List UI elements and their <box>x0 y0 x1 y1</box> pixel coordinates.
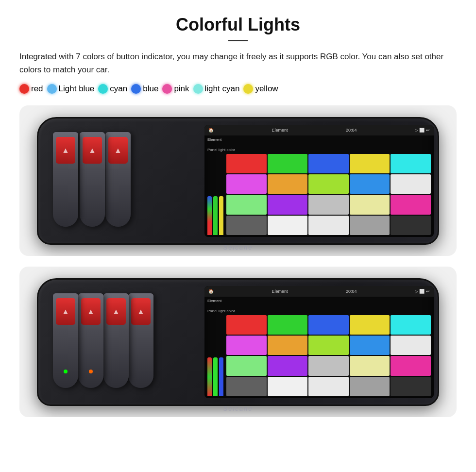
swatch-14 <box>391 356 431 375</box>
swatch-19 <box>391 216 431 235</box>
swatch-9 <box>391 174 431 194</box>
green-dot-1 <box>64 370 68 373</box>
menu-label-2: Element <box>207 299 431 303</box>
color-label-Light-blue: Light blue <box>59 84 95 94</box>
color-label-blue: blue <box>143 84 158 94</box>
swatch-2 <box>308 154 349 173</box>
dashboard-panel-1: ▲ ▲ ▲ 🏠 <box>37 117 439 245</box>
screen-icons-2: ▷ ⬜ ↩ <box>415 289 430 294</box>
swatch-10 <box>226 195 267 214</box>
fin-2-2: ▲ <box>78 293 103 388</box>
fin-2-3: ▲ <box>103 293 129 388</box>
panel-light-area-2 <box>207 315 431 397</box>
page-title: Colorful Lights <box>19 15 457 35</box>
bulb-icon-pink <box>162 84 172 94</box>
swatch-18 <box>350 377 390 396</box>
screen-2: 🏠 Element 20:04 ▷ ⬜ ↩ Element Panel ligh… <box>204 286 434 399</box>
swatch-0 <box>226 154 267 173</box>
menu-label-1: Element <box>207 137 431 142</box>
screen-time-2: 20:04 <box>346 289 357 294</box>
panel-light-area-1 <box>207 154 431 236</box>
watermark-1: Seicane <box>223 244 253 251</box>
swatch-5 <box>226 336 267 355</box>
swatch-5 <box>226 174 267 194</box>
gbar-2 <box>213 196 218 235</box>
fin-2-1: ▲ <box>53 293 78 388</box>
gbar2-2 <box>213 357 218 396</box>
watermark-2: Seicane <box>223 405 253 412</box>
screen-time-1: 20:04 <box>346 128 357 133</box>
swatch-9 <box>391 336 431 355</box>
swatch-6 <box>268 336 308 355</box>
swatch-14 <box>391 195 431 214</box>
color-label-pink: pink <box>174 84 189 94</box>
swatch-4 <box>391 154 431 173</box>
button-section-2: ▲ ▲ ▲ ▲ <box>38 280 204 405</box>
title-divider <box>228 40 248 41</box>
gbar2-1 <box>207 357 212 396</box>
color-label-light-cyan: light cyan <box>205 84 240 94</box>
swatch-8 <box>350 336 390 355</box>
swatch-1 <box>268 315 308 335</box>
swatch-3 <box>350 154 390 173</box>
bulb-icon-Light-blue <box>47 84 57 94</box>
swatch-18 <box>350 216 390 235</box>
gradient-bars-2 <box>207 315 223 397</box>
red-button-2-3: ▲ <box>106 298 126 325</box>
dashboard-panel-2: ▲ ▲ ▲ ▲ <box>37 278 439 406</box>
swatch-6 <box>268 174 308 194</box>
color-list: redLight bluecyanbluepinklight cyanyello… <box>19 84 457 94</box>
home-icon: 🏠 <box>208 128 214 133</box>
fins-group-2: ▲ ▲ ▲ ▲ <box>53 288 174 395</box>
gbar-3 <box>219 196 223 235</box>
bulb-icon-blue <box>131 84 141 94</box>
screen-content-1: Element Panel light color <box>204 135 434 237</box>
color-label-red: red <box>31 84 43 94</box>
swatch-7 <box>308 336 349 355</box>
bulb-icon-cyan <box>98 84 108 94</box>
gbar-1 <box>207 196 212 235</box>
swatch-15 <box>226 377 267 396</box>
panel-title-1: Panel light color <box>207 148 431 152</box>
color-item-pink: pink <box>162 84 189 94</box>
bulb-icon-light-cyan <box>193 84 203 94</box>
swatch-3 <box>350 315 390 335</box>
swatch-17 <box>308 377 349 396</box>
page-container: Colorful Lights Integrated with 7 colors… <box>0 0 476 432</box>
color-item-red: red <box>19 84 43 94</box>
color-item-blue: blue <box>131 84 158 94</box>
swatch-19 <box>391 377 431 396</box>
fin-2: ▲ <box>80 132 105 227</box>
swatches-2 <box>226 315 431 397</box>
page-description: Integrated with 7 colors of button indic… <box>19 50 457 76</box>
car-unit-1: ▲ ▲ ▲ 🏠 <box>19 105 457 256</box>
orange-dot-1 <box>89 370 93 373</box>
swatch-13 <box>350 356 390 375</box>
red-button-1: ▲ <box>56 137 75 164</box>
fin-2-4: ▲ <box>128 293 153 388</box>
red-button-2-2: ▲ <box>81 298 101 325</box>
screen-content-2: Element Panel light color <box>204 297 434 399</box>
bulb-icon-red <box>19 84 29 94</box>
swatch-2 <box>308 315 349 335</box>
bulb-icon-yellow <box>243 84 253 94</box>
swatch-0 <box>226 315 267 335</box>
swatch-13 <box>350 195 390 214</box>
screen-icons-1: ▷ ⬜ ↩ <box>415 128 430 133</box>
color-item-Light-blue: Light blue <box>47 84 95 94</box>
app-title-2: Element <box>272 289 288 294</box>
gradient-bars-1 <box>207 154 223 236</box>
fins-group-1: ▲ ▲ ▲ <box>53 127 150 234</box>
red-button-2: ▲ <box>83 137 102 164</box>
swatch-7 <box>308 174 349 194</box>
red-button-2-4: ▲ <box>131 298 151 325</box>
home-icon-2: 🏠 <box>208 289 214 294</box>
swatch-8 <box>350 174 390 194</box>
screen-1: 🏠 Element 20:04 ▷ ⬜ ↩ Element Panel ligh… <box>204 125 434 237</box>
panel-title-2: Panel light color <box>207 309 431 313</box>
swatch-11 <box>268 195 308 214</box>
fin-1: ▲ <box>53 132 78 227</box>
swatch-16 <box>268 377 308 396</box>
swatch-10 <box>226 356 267 375</box>
red-button-3: ▲ <box>108 137 128 164</box>
